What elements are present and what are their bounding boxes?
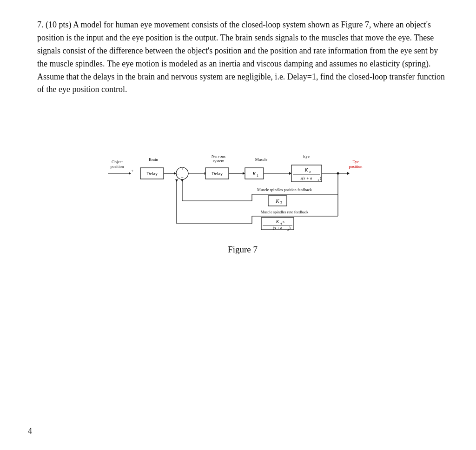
svg-text:system: system [212,159,224,163]
svg-text:Delay: Delay [212,171,223,176]
svg-text:s(s + a: s(s + a [300,176,312,180]
svg-text:K: K [275,198,279,204]
svg-text:K: K [276,219,280,224]
svg-marker-29 [289,172,291,175]
page-content: 7. (10 pts) A model for human eye moveme… [0,0,476,292]
svg-marker-64 [175,179,178,182]
svg-marker-49 [181,179,184,182]
diagram-svg: Object position Brain Nervous system Mus… [103,113,382,236]
svg-text:(s + a: (s + a [273,225,282,230]
svg-marker-38 [347,172,350,175]
svg-text:Eye: Eye [303,154,310,159]
figure-label: Figure 7 [228,245,258,255]
block-diagram: Object position Brain Nervous system Mus… [103,113,382,234]
svg-text:): ) [320,176,321,180]
svg-text:Delay: Delay [146,171,158,176]
diagram-container: Object position Brain Nervous system Mus… [37,113,448,259]
svg-text:4: 4 [280,222,282,225]
svg-text:+: + [181,167,184,172]
problem-points: (10 pts) [46,20,72,29]
svg-text:1: 1 [317,178,319,182]
svg-marker-24 [243,172,245,175]
svg-text:+: + [131,168,133,173]
svg-text:s: s [283,219,284,224]
svg-text:−: − [181,175,184,180]
svg-text:−: − [177,172,179,177]
svg-text:Nervous: Nervous [212,154,226,159]
svg-text:Object: Object [112,159,123,164]
svg-text:Muscle spindles position feedb: Muscle spindles position feedback [257,187,312,192]
svg-text:K: K [304,167,309,172]
svg-text:Muscle: Muscle [255,157,268,162]
page-number: 4 [28,426,32,436]
svg-marker-14 [174,172,176,175]
svg-text:position: position [110,164,124,169]
svg-text:1: 1 [257,173,258,178]
svg-text:2: 2 [309,170,311,174]
svg-text:): ) [289,225,291,230]
svg-text:Brain: Brain [149,157,158,162]
svg-text:position: position [349,164,363,169]
svg-text:Eye: Eye [352,159,359,164]
problem-number: 7. [37,20,44,29]
problem-body: A model for human eye movement consists … [37,20,445,94]
problem-text: 7. (10 pts) A model for human eye moveme… [37,19,448,96]
svg-text:K: K [252,171,256,176]
svg-text:3: 3 [280,201,282,205]
svg-text:Muscle spindles rate feedback: Muscle spindles rate feedback [261,210,309,214]
